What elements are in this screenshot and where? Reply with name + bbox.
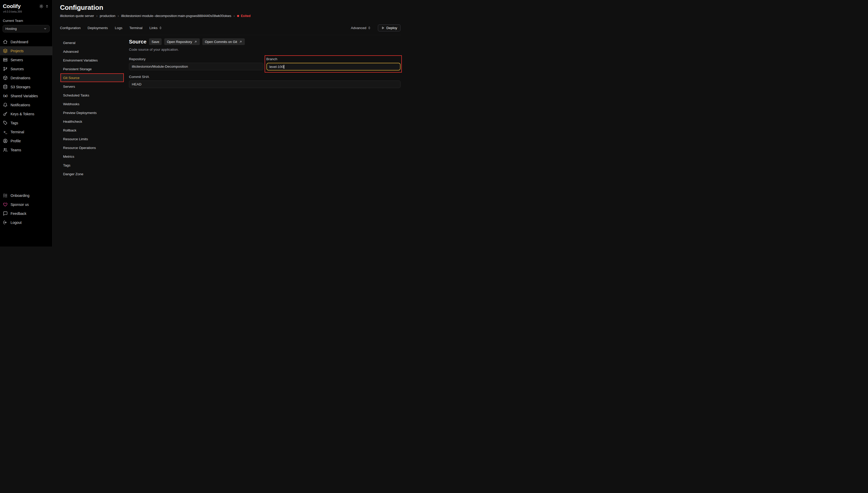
commit-sha-field: Commit SHA	[129, 75, 401, 88]
checklist-icon	[3, 193, 8, 198]
sidebar-item-shared-variables[interactable]: (x) Shared Variables	[0, 91, 52, 100]
container-box-icon	[3, 76, 8, 80]
source-header: Source Save Open Repository Open Commits…	[129, 38, 401, 45]
subnav-item-environment-variables[interactable]: Environment Variables	[60, 56, 124, 65]
sidebar-item-s3-storages[interactable]: S3 Storages	[0, 82, 52, 91]
tab-links[interactable]: Links	[149, 26, 162, 30]
sidebar-item-terminal[interactable]: >_ Terminal	[0, 127, 52, 136]
bell-icon	[3, 102, 8, 107]
current-team-label: Current Team	[0, 13, 52, 23]
main-content: Configuration illicitonion quote server …	[52, 0, 434, 246]
breadcrumb: illicitonion quote server › production ›…	[60, 14, 401, 18]
breadcrumb-application[interactable]: illicitestonion/-module--decomposition:m…	[121, 14, 231, 18]
open-commits-button[interactable]: Open Commits on Git	[202, 38, 245, 45]
tab-terminal[interactable]: Terminal	[129, 26, 142, 30]
chevrons-up-down-icon[interactable]	[45, 5, 49, 8]
database-icon	[3, 84, 8, 89]
app-version: v4.0.0-beta.399	[0, 9, 52, 13]
branch-label: Branch	[267, 57, 401, 61]
source-form: Repository Branch level-100 Commit SHA	[129, 57, 401, 88]
external-link-icon	[239, 40, 242, 43]
source-title: Source	[129, 39, 146, 45]
sidebar-item-sources[interactable]: Sources	[0, 64, 52, 73]
message-icon	[3, 211, 8, 216]
status-label: Exited	[241, 14, 251, 18]
home-icon	[3, 39, 8, 44]
subnav-item-git-source[interactable]: Git Source	[60, 73, 124, 82]
sidebar-item-servers[interactable]: Servers	[0, 55, 52, 64]
open-repository-button[interactable]: Open Repository	[164, 38, 200, 45]
subnav-item-resource-limits[interactable]: Resource Limits	[60, 134, 124, 143]
subnav-item-healthcheck[interactable]: Healthcheck	[60, 117, 124, 126]
breadcrumb-environment[interactable]: production	[100, 14, 115, 18]
subnav-item-resource-operations[interactable]: Resource Operations	[60, 143, 124, 152]
subnav-item-webhooks[interactable]: Webhooks	[60, 100, 124, 108]
sidebar-item-logout[interactable]: Logout	[0, 218, 52, 227]
config-subnav: General Advanced Environment Variables P…	[60, 38, 124, 178]
source-description: Code source of your application.	[129, 48, 401, 51]
heart-icon	[3, 202, 8, 207]
repository-input[interactable]	[129, 63, 263, 70]
theme-switcher[interactable]	[39, 4, 49, 8]
sidebar-item-projects[interactable]: Projects	[0, 46, 52, 55]
app-logo: Coolify	[3, 3, 21, 9]
app-root: Coolify v4.0.0-beta.399 Current Team Hos…	[0, 0, 434, 246]
advanced-toggle[interactable]: Advanced	[351, 26, 371, 30]
external-link-icon	[194, 40, 197, 43]
breadcrumb-separator: ›	[233, 14, 234, 18]
sidebar-item-sponsor[interactable]: Sponsor us	[0, 200, 52, 209]
key-icon	[3, 111, 8, 116]
text-caret	[284, 65, 284, 69]
sidebar-item-onboarding[interactable]: Onboarding	[0, 191, 52, 200]
sidebar-item-teams[interactable]: Teams	[0, 145, 52, 154]
sun-icon[interactable]	[39, 4, 43, 8]
subnav-item-persistent-storage[interactable]: Persistent Storage	[60, 65, 124, 73]
sidebar-item-destinations[interactable]: Destinations	[0, 73, 52, 82]
subnav-item-advanced[interactable]: Advanced	[60, 47, 124, 56]
subnav-item-scheduled-tasks[interactable]: Scheduled Tasks	[60, 91, 124, 100]
breadcrumb-separator: ›	[118, 14, 119, 18]
play-icon	[381, 26, 385, 29]
logout-icon	[3, 220, 8, 225]
layers-icon	[3, 48, 8, 53]
commit-sha-label: Commit SHA	[129, 75, 401, 79]
team-select[interactable]: Hosting	[3, 25, 50, 33]
sidebar-item-profile[interactable]: Profile	[0, 136, 52, 145]
variable-icon: (x)	[3, 93, 8, 98]
subnav-item-preview-deployments[interactable]: Preview Deployments	[60, 108, 124, 117]
branch-field: Branch level-100	[267, 57, 401, 70]
sidebar-menu: Dashboard Projects Servers Sources Desti…	[0, 37, 52, 154]
save-button[interactable]: Save	[149, 38, 162, 45]
page-title: Configuration	[60, 4, 401, 12]
tab-bar: Configuration Deployments Logs Terminal …	[60, 24, 401, 35]
subnav-item-rollback[interactable]: Rollback	[60, 126, 124, 134]
subnav-item-danger-zone[interactable]: Danger Zone	[60, 170, 124, 178]
subnav-item-tags[interactable]: Tags	[60, 161, 124, 170]
sidebar-item-feedback[interactable]: Feedback	[0, 209, 52, 218]
subnav-item-servers[interactable]: Servers	[60, 82, 124, 91]
tab-configuration[interactable]: Configuration	[60, 26, 81, 30]
breadcrumb-project[interactable]: illicitonion quote server	[60, 14, 94, 18]
chevron-down-icon	[43, 27, 47, 30]
branch-input[interactable]: level-100	[267, 63, 401, 70]
sidebar: Coolify v4.0.0-beta.399 Current Team Hos…	[0, 0, 52, 246]
terminal-icon: >_	[3, 129, 8, 134]
team-select-value: Hosting	[5, 27, 17, 30]
tab-deployments[interactable]: Deployments	[87, 26, 108, 30]
sidebar-item-notifications[interactable]: Notifications	[0, 100, 52, 109]
chevrons-up-down-icon	[367, 26, 371, 29]
subnav-item-general[interactable]: General	[60, 38, 124, 47]
status-dot-icon	[237, 15, 239, 17]
sidebar-item-dashboard[interactable]: Dashboard	[0, 37, 52, 46]
subnav-item-metrics[interactable]: Metrics	[60, 152, 124, 161]
tab-logs[interactable]: Logs	[115, 26, 122, 30]
sidebar-footer-menu: Onboarding Sponsor us Feedback Logout	[0, 191, 52, 246]
repository-field: Repository	[129, 57, 263, 70]
deploy-button[interactable]: Deploy	[378, 24, 401, 31]
sidebar-item-tags[interactable]: Tags	[0, 119, 52, 127]
chevrons-up-down-icon	[159, 26, 162, 29]
sidebar-item-keys-tokens[interactable]: Keys & Tokens	[0, 109, 52, 119]
commit-sha-input[interactable]	[129, 81, 401, 88]
tag-icon	[3, 121, 8, 125]
brand-row: Coolify	[0, 3, 52, 9]
